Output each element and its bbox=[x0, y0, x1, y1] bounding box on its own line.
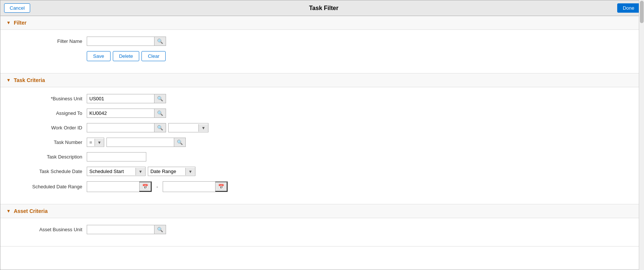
asset-business-unit-label: Asset Business Unit bbox=[8, 227, 82, 232]
task-number-row: Task Number = ▼ 🔍 bbox=[0, 138, 639, 147]
date-end-calendar-button[interactable]: 📅 bbox=[215, 182, 227, 192]
assigned-to-input[interactable] bbox=[87, 109, 154, 117]
schedule-date-type-arrow-icon[interactable]: ▼ bbox=[136, 168, 145, 175]
work-order-id-label: Work Order ID bbox=[8, 125, 82, 131]
task-number-search-button[interactable]: 🔍 bbox=[174, 138, 185, 147]
work-order-id-input[interactable] bbox=[87, 123, 154, 132]
asset-business-unit-input[interactable] bbox=[87, 225, 154, 234]
business-unit-input[interactable] bbox=[87, 94, 154, 103]
task-criteria-section-content: *Business Unit 🔍 Assigned To bbox=[0, 87, 639, 204]
filter-section-title: Filter bbox=[14, 20, 26, 26]
task-number-input-wrap: 🔍 bbox=[106, 138, 186, 147]
work-order-id-controls: 🔍 ▼ bbox=[87, 123, 208, 132]
business-unit-input-wrap: 🔍 bbox=[87, 94, 166, 103]
work-order-id-dropdown[interactable] bbox=[169, 123, 198, 132]
task-number-operator-arrow-icon[interactable]: ▼ bbox=[95, 139, 104, 146]
work-order-id-dropdown-arrow-icon[interactable]: ▼ bbox=[198, 124, 208, 132]
task-description-row: Task Description bbox=[0, 152, 639, 161]
date-range-separator: - bbox=[154, 184, 160, 190]
task-description-input[interactable] bbox=[87, 152, 146, 161]
task-schedule-date-controls: Scheduled Start Scheduled End ▼ Date Ran… bbox=[87, 167, 195, 176]
scheduled-date-range-label: Scheduled Date Range bbox=[8, 184, 82, 189]
business-unit-label: *Business Unit bbox=[8, 96, 82, 101]
delete-button[interactable]: Delete bbox=[113, 51, 140, 61]
assigned-to-search-button[interactable]: 🔍 bbox=[154, 109, 166, 117]
asset-criteria-section-header[interactable]: ▼ Asset Criteria bbox=[0, 204, 639, 218]
business-unit-row: *Business Unit 🔍 bbox=[0, 94, 639, 103]
cancel-button[interactable]: Cancel bbox=[4, 3, 30, 13]
modal-wrapper: Cancel Task Filter Done ▼ Filter Filter … bbox=[0, 0, 644, 270]
schedule-date-range-type-select[interactable]: Date Range bbox=[148, 167, 185, 176]
asset-business-unit-search-button[interactable]: 🔍 bbox=[154, 225, 166, 234]
task-criteria-section-header[interactable]: ▼ Task Criteria bbox=[0, 73, 639, 87]
clear-button[interactable]: Clear bbox=[141, 51, 166, 61]
filter-section: ▼ Filter Filter Name 🔍 bbox=[0, 16, 639, 73]
work-order-id-input-wrap: 🔍 bbox=[87, 123, 166, 132]
asset-business-unit-row: Asset Business Unit 🔍 bbox=[0, 225, 639, 234]
task-criteria-section-title: Task Criteria bbox=[14, 77, 45, 83]
date-start-calendar-button[interactable]: 📅 bbox=[139, 182, 152, 192]
work-order-id-dropdown-wrap: ▼ bbox=[168, 123, 208, 132]
filter-action-row: Save Delete Clear bbox=[0, 51, 639, 61]
task-number-input[interactable] bbox=[107, 138, 174, 147]
asset-business-unit-controls: 🔍 bbox=[87, 225, 166, 234]
modal-title: Task Filter bbox=[30, 5, 617, 12]
task-number-label: Task Number bbox=[8, 139, 82, 145]
task-number-operator-text: = bbox=[87, 138, 95, 147]
task-filter-modal: Cancel Task Filter Done ▼ Filter Filter … bbox=[0, 0, 639, 270]
business-unit-controls: 🔍 bbox=[87, 94, 166, 103]
scrollbar-track[interactable] bbox=[639, 0, 644, 270]
task-description-label: Task Description bbox=[8, 154, 82, 160]
schedule-date-type-select[interactable]: Scheduled Start Scheduled End bbox=[87, 167, 136, 176]
schedule-date-type-wrap: Scheduled Start Scheduled End ▼ bbox=[87, 167, 146, 176]
modal-scroll[interactable]: Cancel Task Filter Done ▼ Filter Filter … bbox=[0, 0, 639, 270]
date-start-wrap: 📅 bbox=[87, 181, 152, 192]
modal-body: ▼ Filter Filter Name 🔍 bbox=[0, 16, 639, 270]
task-number-operator-wrap: = ▼ bbox=[87, 138, 104, 147]
filter-name-input-wrap: 🔍 bbox=[87, 37, 166, 46]
asset-criteria-section: ▼ Asset Criteria Asset Business Unit 🔍 bbox=[0, 204, 639, 247]
assigned-to-row: Assigned To 🔍 bbox=[0, 109, 639, 118]
schedule-date-range-type-wrap: Date Range ▼ bbox=[148, 167, 195, 176]
task-criteria-section: ▼ Task Criteria *Business Unit 🔍 bbox=[0, 73, 639, 204]
task-schedule-date-label: Task Schedule Date bbox=[8, 169, 82, 174]
assigned-to-label: Assigned To bbox=[8, 110, 82, 116]
filter-arrow-icon: ▼ bbox=[6, 20, 11, 25]
assigned-to-controls: 🔍 bbox=[87, 109, 166, 118]
filter-section-header[interactable]: ▼ Filter bbox=[0, 16, 639, 30]
filter-section-content: Filter Name 🔍 bbox=[0, 30, 639, 73]
filter-name-input[interactable] bbox=[87, 37, 154, 45]
schedule-date-range-type-arrow-icon[interactable]: ▼ bbox=[185, 168, 195, 175]
date-end-wrap: 📅 bbox=[163, 181, 228, 192]
business-unit-search-button[interactable]: 🔍 bbox=[154, 94, 166, 103]
filter-name-search-button[interactable]: 🔍 bbox=[154, 37, 166, 45]
asset-criteria-arrow-icon: ▼ bbox=[6, 208, 11, 214]
save-button[interactable]: Save bbox=[87, 51, 111, 61]
asset-criteria-section-title: Asset Criteria bbox=[14, 208, 48, 214]
modal-header: Cancel Task Filter Done bbox=[0, 0, 639, 16]
assigned-to-input-wrap: 🔍 bbox=[87, 109, 166, 118]
date-start-input[interactable] bbox=[87, 182, 139, 191]
date-end-input[interactable] bbox=[163, 182, 215, 191]
work-order-id-row: Work Order ID 🔍 ▼ bbox=[0, 123, 639, 132]
task-description-controls bbox=[87, 152, 146, 161]
task-criteria-arrow-icon: ▼ bbox=[6, 78, 11, 83]
done-button[interactable]: Done bbox=[617, 3, 639, 13]
asset-business-unit-input-wrap: 🔍 bbox=[87, 225, 166, 234]
filter-name-label: Filter Name bbox=[8, 38, 82, 44]
asset-criteria-section-content: Asset Business Unit 🔍 bbox=[0, 218, 639, 246]
task-number-controls: = ▼ 🔍 bbox=[87, 138, 186, 147]
scheduled-date-range-row: Scheduled Date Range 📅 - 📅 bbox=[0, 181, 639, 192]
task-schedule-date-row: Task Schedule Date Scheduled Start Sched… bbox=[0, 167, 639, 176]
filter-action-controls: Save Delete Clear bbox=[87, 51, 166, 61]
scrollbar-thumb[interactable] bbox=[640, 1, 644, 23]
work-order-id-search-button[interactable]: 🔍 bbox=[154, 123, 166, 132]
filter-name-controls: 🔍 bbox=[87, 37, 166, 46]
scheduled-date-range-controls: 📅 - 📅 bbox=[87, 181, 228, 192]
filter-name-row: Filter Name 🔍 bbox=[0, 37, 639, 46]
